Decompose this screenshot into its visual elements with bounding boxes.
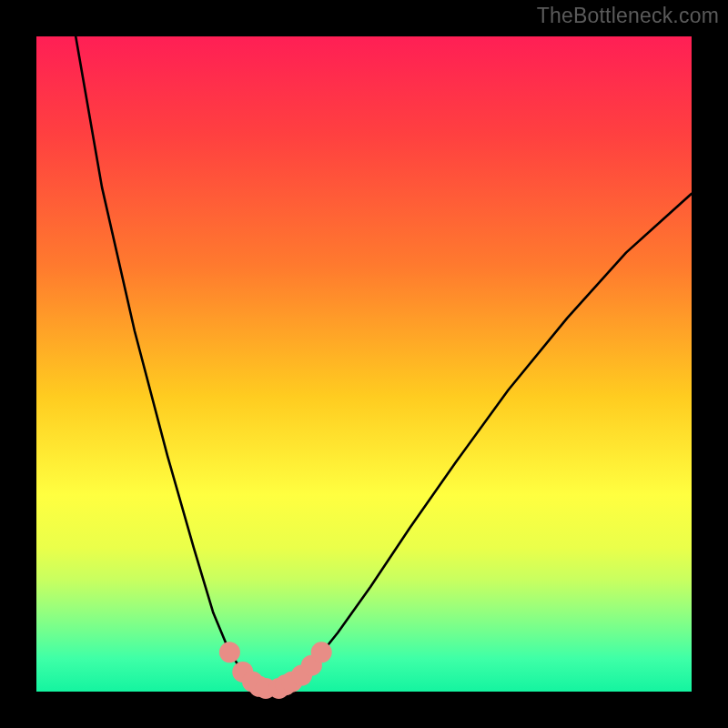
watermark-label: TheBottleneck.com: [537, 4, 719, 28]
chart-svg: [36, 36, 692, 692]
chart-frame: TheBottleneck.com: [0, 0, 728, 728]
curve-group: [76, 36, 692, 688]
curve-right-branch: [278, 194, 692, 689]
valley-marker: [219, 642, 240, 662]
curve-left-branch: [76, 36, 266, 688]
valley-marker: [311, 642, 332, 662]
marker-group: [219, 642, 332, 699]
